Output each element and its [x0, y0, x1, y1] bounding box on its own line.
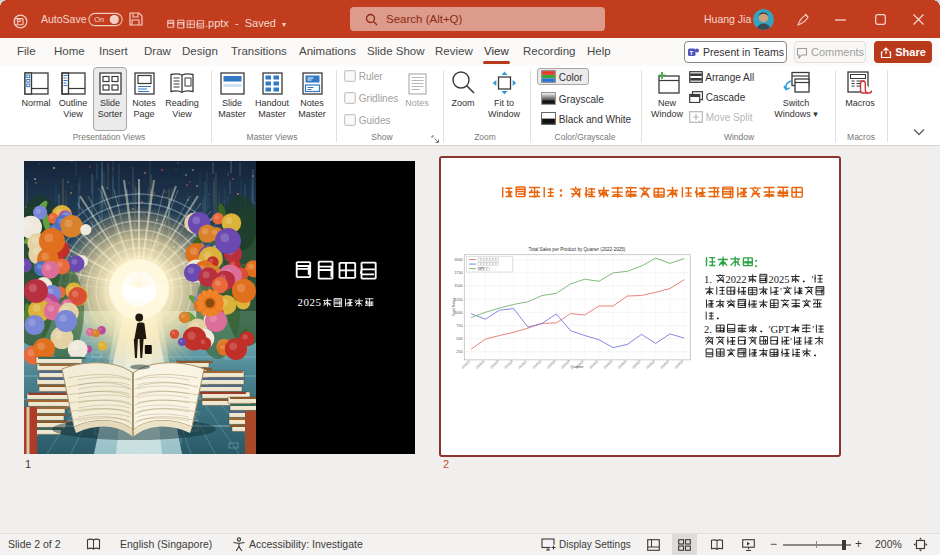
svg-text:2025Q4: 2025Q4 — [674, 359, 685, 369]
svg-text:2025Q1: 2025Q1 — [631, 359, 642, 369]
svg-text:2022Q1: 2022Q1 — [461, 359, 472, 369]
svg-text:2024Q3: 2024Q3 — [603, 359, 614, 369]
svg-text:500: 500 — [456, 337, 462, 341]
svg-text:On: On — [94, 15, 104, 24]
svg-text:250: 250 — [456, 350, 462, 354]
svg-text:750: 750 — [456, 324, 462, 328]
svg-text:2025Q3: 2025Q3 — [660, 359, 671, 369]
svg-text:1250: 1250 — [454, 298, 462, 302]
svg-text:2023Q2: 2023Q2 — [532, 359, 543, 369]
svg-text:2000: 2000 — [454, 258, 462, 262]
svg-text:2022Q3: 2022Q3 — [489, 359, 500, 369]
svg-text:1000: 1000 — [454, 311, 462, 315]
svg-text:2023Q3: 2023Q3 — [546, 359, 557, 369]
svg-text:GPT: GPT — [478, 267, 485, 271]
svg-text:2025Q2: 2025Q2 — [645, 359, 656, 369]
svg-text:T: T — [690, 50, 694, 56]
svg-text:2024Q4: 2024Q4 — [617, 359, 628, 369]
svg-text:P: P — [17, 18, 22, 25]
svg-text:1500: 1500 — [454, 284, 462, 288]
svg-text:1750: 1750 — [454, 271, 462, 275]
svg-text:Total Sales: Total Sales — [452, 298, 456, 317]
svg-text:2023Q4: 2023Q4 — [560, 359, 571, 369]
svg-text:Total Sales per Product by Qua: Total Sales per Product by Quarter (2022… — [529, 247, 626, 252]
svg-text:2024Q2: 2024Q2 — [589, 359, 600, 369]
svg-text:2023Q1: 2023Q1 — [518, 359, 529, 369]
svg-text:2022Q4: 2022Q4 — [503, 359, 514, 369]
svg-text:2022Q2: 2022Q2 — [475, 359, 486, 369]
